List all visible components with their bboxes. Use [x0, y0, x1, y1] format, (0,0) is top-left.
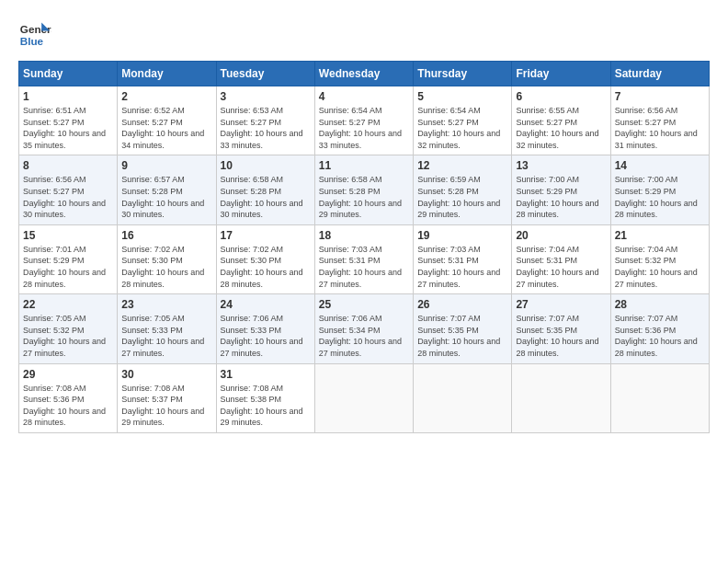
calendar-cell: 9Sunrise: 6:57 AMSunset: 5:28 PMDaylight…: [118, 155, 216, 224]
day-info: Sunrise: 6:52 AMSunset: 5:27 PMDaylight:…: [121, 105, 211, 151]
logo: General Blue: [18, 18, 51, 52]
weekday-header: Sunday: [19, 62, 118, 86]
calendar-cell: [512, 363, 610, 432]
day-info: Sunrise: 7:07 AMSunset: 5:35 PMDaylight:…: [516, 313, 606, 359]
day-info: Sunrise: 7:05 AMSunset: 5:32 PMDaylight:…: [23, 313, 113, 359]
day-number: 6: [516, 90, 606, 103]
calendar-cell: 16Sunrise: 7:02 AMSunset: 5:30 PMDayligh…: [118, 224, 216, 293]
day-number: 8: [23, 159, 113, 172]
day-number: 13: [516, 159, 606, 172]
day-info: Sunrise: 7:08 AMSunset: 5:36 PMDaylight:…: [23, 383, 113, 429]
calendar-cell: 15Sunrise: 7:01 AMSunset: 5:29 PMDayligh…: [19, 224, 118, 293]
day-info: Sunrise: 7:07 AMSunset: 5:35 PMDaylight:…: [417, 313, 507, 359]
calendar-cell: 30Sunrise: 7:08 AMSunset: 5:37 PMDayligh…: [118, 363, 216, 432]
calendar-cell: 21Sunrise: 7:04 AMSunset: 5:32 PMDayligh…: [610, 224, 709, 293]
day-info: Sunrise: 7:06 AMSunset: 5:34 PMDaylight:…: [319, 313, 409, 359]
calendar-body: 1Sunrise: 6:51 AMSunset: 5:27 PMDaylight…: [19, 86, 710, 433]
day-number: 12: [417, 159, 507, 172]
calendar-cell: 26Sunrise: 7:07 AMSunset: 5:35 PMDayligh…: [414, 294, 512, 363]
logo-icon: General Blue: [18, 18, 51, 52]
calendar-cell: 13Sunrise: 7:00 AMSunset: 5:29 PMDayligh…: [512, 155, 610, 224]
calendar-cell: 17Sunrise: 7:02 AMSunset: 5:30 PMDayligh…: [216, 224, 314, 293]
day-number: 15: [23, 229, 113, 242]
calendar-cell: 5Sunrise: 6:54 AMSunset: 5:27 PMDaylight…: [414, 86, 512, 155]
day-number: 7: [615, 90, 705, 103]
day-number: 22: [23, 298, 113, 311]
day-number: 11: [319, 159, 409, 172]
day-number: 3: [221, 90, 311, 103]
day-info: Sunrise: 6:54 AMSunset: 5:27 PMDaylight:…: [417, 105, 507, 151]
day-info: Sunrise: 7:04 AMSunset: 5:31 PMDaylight:…: [516, 244, 606, 290]
calendar-week-row: 8Sunrise: 6:56 AMSunset: 5:27 PMDaylight…: [19, 155, 710, 224]
calendar-week-row: 1Sunrise: 6:51 AMSunset: 5:27 PMDaylight…: [19, 86, 710, 155]
day-info: Sunrise: 7:00 AMSunset: 5:29 PMDaylight:…: [516, 174, 606, 220]
calendar-cell: 3Sunrise: 6:53 AMSunset: 5:27 PMDaylight…: [216, 86, 314, 155]
day-number: 31: [221, 368, 311, 381]
calendar-cell: 6Sunrise: 6:55 AMSunset: 5:27 PMDaylight…: [512, 86, 610, 155]
calendar-cell: 28Sunrise: 7:07 AMSunset: 5:36 PMDayligh…: [610, 294, 709, 363]
calendar-week-row: 22Sunrise: 7:05 AMSunset: 5:32 PMDayligh…: [19, 294, 710, 363]
day-info: Sunrise: 7:08 AMSunset: 5:38 PMDaylight:…: [221, 383, 311, 429]
calendar-cell: 1Sunrise: 6:51 AMSunset: 5:27 PMDaylight…: [19, 86, 118, 155]
calendar-week-row: 15Sunrise: 7:01 AMSunset: 5:29 PMDayligh…: [19, 224, 710, 293]
day-info: Sunrise: 7:08 AMSunset: 5:37 PMDaylight:…: [121, 383, 211, 429]
calendar-cell: [610, 363, 709, 432]
day-number: 27: [516, 298, 606, 311]
calendar-cell: 29Sunrise: 7:08 AMSunset: 5:36 PMDayligh…: [19, 363, 118, 432]
weekday-row: SundayMondayTuesdayWednesdayThursdayFrid…: [19, 62, 710, 86]
calendar-cell: 11Sunrise: 6:58 AMSunset: 5:28 PMDayligh…: [314, 155, 413, 224]
day-number: 21: [615, 229, 705, 242]
day-number: 29: [23, 368, 113, 381]
day-info: Sunrise: 7:05 AMSunset: 5:33 PMDaylight:…: [121, 313, 211, 359]
calendar-cell: [414, 363, 512, 432]
calendar-table: SundayMondayTuesdayWednesdayThursdayFrid…: [18, 61, 710, 433]
day-info: Sunrise: 6:56 AMSunset: 5:27 PMDaylight:…: [23, 174, 113, 220]
calendar-cell: 4Sunrise: 6:54 AMSunset: 5:27 PMDaylight…: [314, 86, 413, 155]
day-info: Sunrise: 6:54 AMSunset: 5:27 PMDaylight:…: [319, 105, 409, 151]
day-number: 23: [121, 298, 211, 311]
day-info: Sunrise: 6:55 AMSunset: 5:27 PMDaylight:…: [516, 105, 606, 151]
svg-text:Blue: Blue: [20, 35, 44, 47]
day-number: 1: [23, 90, 113, 103]
day-info: Sunrise: 7:00 AMSunset: 5:29 PMDaylight:…: [615, 174, 705, 220]
weekday-header: Monday: [118, 62, 216, 86]
day-info: Sunrise: 7:07 AMSunset: 5:36 PMDaylight:…: [615, 313, 705, 359]
day-info: Sunrise: 7:06 AMSunset: 5:33 PMDaylight:…: [221, 313, 311, 359]
calendar-cell: 10Sunrise: 6:58 AMSunset: 5:28 PMDayligh…: [216, 155, 314, 224]
day-info: Sunrise: 7:04 AMSunset: 5:32 PMDaylight:…: [615, 244, 705, 290]
day-number: 14: [615, 159, 705, 172]
calendar-cell: 24Sunrise: 7:06 AMSunset: 5:33 PMDayligh…: [216, 294, 314, 363]
day-number: 2: [121, 90, 211, 103]
calendar-cell: 12Sunrise: 6:59 AMSunset: 5:28 PMDayligh…: [414, 155, 512, 224]
day-info: Sunrise: 6:56 AMSunset: 5:27 PMDaylight:…: [615, 105, 705, 151]
day-number: 24: [221, 298, 311, 311]
day-info: Sunrise: 6:53 AMSunset: 5:27 PMDaylight:…: [221, 105, 311, 151]
day-info: Sunrise: 7:03 AMSunset: 5:31 PMDaylight:…: [417, 244, 507, 290]
calendar-cell: 23Sunrise: 7:05 AMSunset: 5:33 PMDayligh…: [118, 294, 216, 363]
day-number: 9: [121, 159, 211, 172]
day-number: 10: [221, 159, 311, 172]
day-number: 25: [319, 298, 409, 311]
day-info: Sunrise: 7:03 AMSunset: 5:31 PMDaylight:…: [319, 244, 409, 290]
day-info: Sunrise: 7:02 AMSunset: 5:30 PMDaylight:…: [121, 244, 211, 290]
day-number: 18: [319, 229, 409, 242]
calendar-cell: 27Sunrise: 7:07 AMSunset: 5:35 PMDayligh…: [512, 294, 610, 363]
calendar-cell: 19Sunrise: 7:03 AMSunset: 5:31 PMDayligh…: [414, 224, 512, 293]
calendar-cell: 8Sunrise: 6:56 AMSunset: 5:27 PMDaylight…: [19, 155, 118, 224]
calendar-week-row: 29Sunrise: 7:08 AMSunset: 5:36 PMDayligh…: [19, 363, 710, 432]
day-info: Sunrise: 7:01 AMSunset: 5:29 PMDaylight:…: [23, 244, 113, 290]
day-number: 16: [121, 229, 211, 242]
weekday-header: Friday: [512, 62, 610, 86]
day-info: Sunrise: 6:51 AMSunset: 5:27 PMDaylight:…: [23, 105, 113, 151]
day-info: Sunrise: 6:58 AMSunset: 5:28 PMDaylight:…: [319, 174, 409, 220]
weekday-header: Thursday: [414, 62, 512, 86]
calendar-cell: 2Sunrise: 6:52 AMSunset: 5:27 PMDaylight…: [118, 86, 216, 155]
day-info: Sunrise: 6:59 AMSunset: 5:28 PMDaylight:…: [417, 174, 507, 220]
calendar-cell: 7Sunrise: 6:56 AMSunset: 5:27 PMDaylight…: [610, 86, 709, 155]
calendar-header: SundayMondayTuesdayWednesdayThursdayFrid…: [19, 62, 710, 86]
day-number: 4: [319, 90, 409, 103]
calendar-cell: 18Sunrise: 7:03 AMSunset: 5:31 PMDayligh…: [314, 224, 413, 293]
weekday-header: Saturday: [610, 62, 709, 86]
calendar-cell: 14Sunrise: 7:00 AMSunset: 5:29 PMDayligh…: [610, 155, 709, 224]
calendar-cell: 31Sunrise: 7:08 AMSunset: 5:38 PMDayligh…: [216, 363, 314, 432]
